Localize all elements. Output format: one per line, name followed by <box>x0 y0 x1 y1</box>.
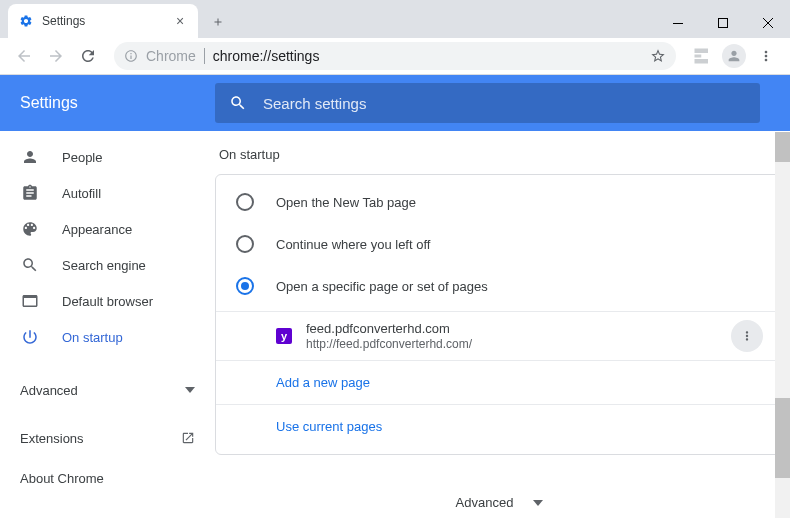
extensions-icon[interactable] <box>686 40 718 72</box>
palette-icon <box>20 220 40 238</box>
search-input[interactable] <box>263 95 746 112</box>
main-content: People Autofill Appearance Search engine… <box>0 131 790 519</box>
sidebar-item-label: Search engine <box>62 258 146 273</box>
reload-button[interactable] <box>74 42 102 70</box>
favicon-icon: y <box>276 328 292 344</box>
titlebar: Settings × <box>0 0 790 38</box>
extensions-label: Extensions <box>20 431 84 446</box>
section-title: On startup <box>219 147 784 162</box>
close-icon[interactable]: × <box>172 13 188 29</box>
profile-button[interactable] <box>718 40 750 72</box>
chevron-down-icon <box>185 387 195 393</box>
address-bar[interactable]: Chrome chrome://settings <box>114 42 676 70</box>
radio-icon <box>236 277 254 295</box>
info-icon <box>124 49 138 63</box>
sidebar-item-label: People <box>62 150 102 165</box>
search-icon <box>20 256 40 274</box>
sidebar-advanced[interactable]: Advanced <box>0 370 215 410</box>
radio-icon <box>236 193 254 211</box>
omnibox-prefix: Chrome <box>146 48 205 64</box>
radio-specific-pages[interactable]: Open a specific page or set of pages <box>216 265 783 307</box>
sidebar: People Autofill Appearance Search engine… <box>0 131 215 519</box>
tab-title: Settings <box>42 14 172 28</box>
sidebar-item-search-engine[interactable]: Search engine <box>0 247 215 283</box>
advanced-footer[interactable]: Advanced <box>215 495 784 510</box>
svg-rect-0 <box>673 23 683 24</box>
gear-icon <box>18 13 34 29</box>
sidebar-item-label: Appearance <box>62 222 132 237</box>
startup-card: Open the New Tab page Continue where you… <box>215 174 784 455</box>
settings-header: Settings <box>0 75 790 131</box>
radio-label: Open a specific page or set of pages <box>276 279 488 294</box>
page-title: feed.pdfconverterhd.com <box>306 321 731 336</box>
sidebar-item-label: On startup <box>62 330 123 345</box>
sidebar-item-people[interactable]: People <box>0 139 215 175</box>
page-url: http://feed.pdfconverterhd.com/ <box>306 337 731 351</box>
scrollbar[interactable] <box>775 132 790 518</box>
svg-text:y: y <box>281 330 288 342</box>
radio-continue[interactable]: Continue where you left off <box>216 223 783 265</box>
sidebar-about[interactable]: About Chrome <box>0 458 215 498</box>
radio-label: Open the New Tab page <box>276 195 416 210</box>
sidebar-item-on-startup[interactable]: On startup <box>0 319 215 355</box>
about-label: About Chrome <box>20 471 104 486</box>
person-icon <box>20 148 40 166</box>
page-title: Settings <box>20 94 215 112</box>
search-settings[interactable] <box>215 83 760 123</box>
scroll-thumb[interactable] <box>775 398 790 478</box>
minimize-button[interactable] <box>655 8 700 38</box>
sidebar-item-default-browser[interactable]: Default browser <box>0 283 215 319</box>
menu-button[interactable] <box>750 40 782 72</box>
back-button[interactable] <box>10 42 38 70</box>
radio-new-tab[interactable]: Open the New Tab page <box>216 181 783 223</box>
close-window-button[interactable] <box>745 8 790 38</box>
window-controls <box>655 8 790 38</box>
radio-icon <box>236 235 254 253</box>
search-icon <box>229 94 247 112</box>
sidebar-item-label: Default browser <box>62 294 153 309</box>
new-tab-button[interactable] <box>204 8 232 36</box>
browser-icon <box>20 292 40 310</box>
use-current-pages-link[interactable]: Use current pages <box>216 404 783 448</box>
maximize-button[interactable] <box>700 8 745 38</box>
svg-rect-1 <box>718 19 727 28</box>
more-actions-button[interactable] <box>731 320 763 352</box>
chevron-down-icon <box>533 500 543 506</box>
sidebar-extensions[interactable]: Extensions <box>0 418 215 458</box>
advanced-footer-label: Advanced <box>456 495 514 510</box>
sidebar-item-autofill[interactable]: Autofill <box>0 175 215 211</box>
omnibox-url: chrome://settings <box>213 48 650 64</box>
browser-tab[interactable]: Settings × <box>8 4 198 38</box>
content-area: On startup Open the New Tab page Continu… <box>215 131 790 519</box>
sidebar-item-appearance[interactable]: Appearance <box>0 211 215 247</box>
forward-button[interactable] <box>42 42 70 70</box>
add-new-page-link[interactable]: Add a new page <box>216 360 783 404</box>
power-icon <box>20 328 40 346</box>
clipboard-icon <box>20 184 40 202</box>
advanced-label: Advanced <box>20 383 78 398</box>
startup-page-entry: y feed.pdfconverterhd.com http://feed.pd… <box>216 311 783 360</box>
browser-toolbar: Chrome chrome://settings <box>0 38 790 75</box>
scroll-thumb[interactable] <box>775 132 790 162</box>
radio-label: Continue where you left off <box>276 237 430 252</box>
sidebar-item-label: Autofill <box>62 186 101 201</box>
external-link-icon <box>181 431 195 445</box>
bookmark-icon[interactable] <box>650 48 666 64</box>
